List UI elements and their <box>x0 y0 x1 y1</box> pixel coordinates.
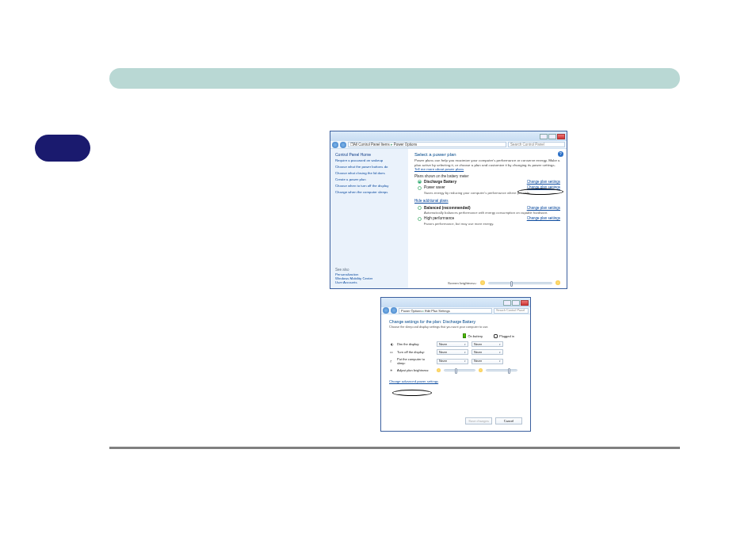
plan-row-highperf[interactable]: High performance Change plan settings <box>418 216 560 221</box>
see-also-label: See also <box>335 268 403 272</box>
breadcrumb-segment[interactable]: Power Options <box>401 309 422 313</box>
chevron-down-icon: ▾ <box>499 360 501 363</box>
page-title: Change settings for the plan: Discharge … <box>389 319 522 324</box>
see-also-link[interactable]: User Accounts <box>335 281 403 285</box>
page-title: Select a power plan <box>414 152 560 157</box>
brightness-battery-slider[interactable] <box>444 369 475 371</box>
turnoff-plugged-dropdown[interactable]: Never▾ <box>472 349 503 355</box>
titlebar <box>381 298 530 307</box>
nav-forward-button[interactable] <box>391 307 397 314</box>
chevron-down-icon: ▾ <box>499 351 501 354</box>
chevron-down-icon: ▾ <box>499 343 501 346</box>
slider-thumb[interactable] <box>510 281 513 287</box>
sleep-battery-dropdown[interactable]: Never▾ <box>437 359 468 364</box>
radio-button[interactable] <box>418 206 422 210</box>
sleep-icon: ☾ <box>389 359 394 364</box>
sleep-plugged-dropdown[interactable]: Never▾ <box>472 359 503 364</box>
dropdown-value: Never <box>474 351 482 354</box>
minimize-button[interactable] <box>540 134 548 139</box>
plan-row-powersaver[interactable]: Power saver Change plan settings <box>418 185 560 190</box>
plan-description: Favors performance, but may use more ene… <box>424 222 560 226</box>
setting-label: Adjust plan brightness: <box>397 368 433 372</box>
sun-dim-icon <box>479 368 483 372</box>
sun-dim-icon <box>437 368 441 372</box>
turnoff-battery-dropdown[interactable]: Never▾ <box>437 349 468 355</box>
dim-plugged-dropdown[interactable]: Never▾ <box>472 341 503 347</box>
power-options-window: ❐ All Control Panel Items ▸ Power Option… <box>330 131 567 289</box>
slider-thumb[interactable] <box>455 368 457 374</box>
sidebar-link[interactable]: Choose when to turn off the display <box>335 185 403 188</box>
sidebar-link[interactable]: Create a power plan <box>335 178 403 182</box>
breadcrumb[interactable]: ❐ All Control Panel Items ▸ Power Option… <box>348 142 506 147</box>
battery-icon <box>463 333 466 338</box>
setting-label: Dim the display: <box>397 342 433 346</box>
close-button[interactable] <box>557 134 565 139</box>
change-plan-settings-link[interactable]: Change plan settings <box>527 185 560 189</box>
dropdown-value: Never <box>474 360 482 363</box>
main-pane: ? Select a power plan Power plans can he… <box>408 149 567 288</box>
close-button[interactable] <box>521 300 529 306</box>
edit-plan-settings-window: Power Options ▸ Edit Plan Settings Searc… <box>380 297 531 432</box>
button-row: Save changes Cancel <box>465 417 522 424</box>
setting-label: Turn off the display: <box>397 350 433 354</box>
column-headers: On battery Plugged in <box>433 333 514 338</box>
plan-description: Saves energy by reducing your computer's… <box>424 191 560 195</box>
dim-icon: ◐ <box>389 342 394 347</box>
radio-button[interactable] <box>418 186 422 190</box>
save-changes-button[interactable]: Save changes <box>465 417 492 424</box>
search-input[interactable]: Search Control Panel <box>508 142 565 147</box>
titlebar <box>330 131 567 141</box>
brightness-row: Screen brightness: <box>448 280 560 285</box>
search-placeholder: Search Control Panel <box>496 309 525 312</box>
search-input[interactable]: Search Control Panel <box>494 308 529 314</box>
plan-row-balanced[interactable]: Balanced (recommended) Change plan setti… <box>418 206 560 211</box>
minimize-button[interactable] <box>503 300 511 306</box>
col-plugged-label: Plugged in <box>499 334 514 338</box>
hide-additional-plans-link[interactable]: Hide additional plans <box>414 199 449 203</box>
nav-back-button[interactable] <box>383 307 389 314</box>
plans-shown-label: Plans shown on the battery meter <box>414 174 560 178</box>
nav-forward-button[interactable] <box>340 142 346 148</box>
change-plan-settings-link[interactable]: Change plan settings <box>527 206 560 210</box>
brightness-plugged-slider[interactable] <box>486 369 517 371</box>
dropdown-value: Never <box>439 351 447 354</box>
address-row: ❐ All Control Panel Items ▸ Power Option… <box>330 141 567 149</box>
nav-back-button[interactable] <box>332 142 338 148</box>
help-icon[interactable]: ? <box>558 151 563 157</box>
maximize-button[interactable] <box>512 300 520 306</box>
dim-battery-dropdown[interactable]: Never▾ <box>437 341 468 347</box>
slider-thumb[interactable] <box>508 368 510 374</box>
breadcrumb-segment[interactable]: Power Options <box>394 143 418 147</box>
dropdown-value: Never <box>474 343 482 346</box>
radio-button[interactable] <box>418 180 422 184</box>
sidebar-link[interactable]: Require a password on wakeup <box>335 159 403 163</box>
cancel-button[interactable]: Cancel <box>495 417 522 424</box>
sidebar-link[interactable]: Choose what closing the lid does <box>335 172 403 176</box>
brightness-label: Screen brightness: <box>448 281 477 285</box>
learn-more-link[interactable]: Tell me more about power plans <box>414 167 464 171</box>
plan-name: Discharge Battery <box>424 180 456 184</box>
change-plan-settings-link[interactable]: Change plan settings <box>527 180 560 184</box>
breadcrumb-segment[interactable]: All Control Panel Items <box>353 143 390 147</box>
dropdown-value: Never <box>439 343 447 346</box>
change-plan-settings-link[interactable]: Change plan settings <box>527 216 560 220</box>
page-subtitle: Choose the sleep and display settings th… <box>389 326 522 329</box>
chevron-down-icon: ▾ <box>464 351 466 354</box>
breadcrumb-segment[interactable]: Edit Plan Settings <box>425 309 450 313</box>
sidebar-link[interactable]: Choose what the power buttons do <box>335 166 403 169</box>
plan-row-discharge[interactable]: Discharge Battery Change plan settings <box>418 180 560 185</box>
desc-text: Power plans can help you maximize your c… <box>414 158 560 167</box>
sidebar-link[interactable]: Change when the computer sleeps <box>335 191 403 195</box>
sidebar-home[interactable]: Control Panel Home <box>335 152 403 157</box>
search-placeholder: Search Control Panel <box>510 143 544 147</box>
radio-button[interactable] <box>418 217 422 221</box>
chevron-right-icon: ▸ <box>422 309 424 313</box>
sun-dim-icon <box>480 280 485 285</box>
change-advanced-link[interactable]: Change advanced power settings <box>389 379 438 383</box>
breadcrumb[interactable]: Power Options ▸ Edit Plan Settings <box>399 308 492 314</box>
chevron-down-icon: ▾ <box>464 343 466 346</box>
dropdown-value: Never <box>439 360 447 363</box>
setting-row-turnoff: ▭ Turn off the display: Never▾ Never▾ <box>389 349 522 355</box>
maximize-button[interactable] <box>548 134 556 139</box>
brightness-slider[interactable] <box>488 282 552 284</box>
